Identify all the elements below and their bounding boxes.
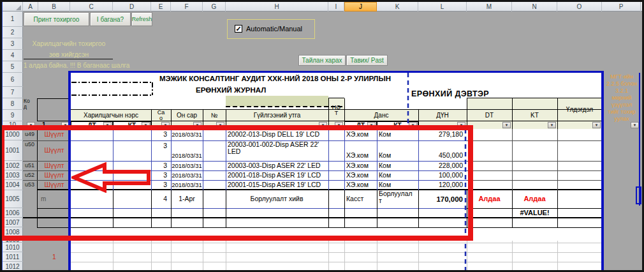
col-B[interactable]: B (38, 2, 70, 11)
cell-kt-1005[interactable]: Борлуулалт (377, 190, 415, 208)
cell-kt-1003[interactable]: Ком (377, 170, 418, 180)
row-1001[interactable]: 1001 (2, 140, 23, 161)
row-1005[interactable]: 1005 (2, 190, 23, 208)
row-1010[interactable]: 1010 (2, 243, 23, 252)
col-O[interactable]: O (557, 2, 602, 11)
col-E[interactable]: E (151, 2, 171, 11)
cell-date-1000[interactable]: 2018/03/31 (171, 129, 203, 140)
cell-month-1002[interactable]: 3 (151, 161, 170, 170)
col-G[interactable]: G (203, 2, 226, 11)
cell-flag-1011[interactable]: 1 (38, 252, 70, 262)
row-1007[interactable]: 1007 (2, 218, 23, 227)
cell-kt-1004[interactable]: Ком (377, 180, 418, 190)
cell-filter-1001[interactable]: Шүүлт (38, 140, 70, 161)
cell-desc-1004[interactable]: 20001-015-Disp ASER 19' LCD (226, 180, 328, 190)
col-C[interactable]: C (70, 2, 113, 11)
cell-amount-1002[interactable]: 228,000 (418, 161, 466, 170)
row-1004[interactable]: 1004 (2, 180, 23, 190)
header-gl-kt[interactable]: KT (512, 110, 557, 121)
col-M[interactable]: M (467, 2, 512, 11)
cell-filter-1003[interactable]: Шүүлт (38, 170, 70, 180)
cell-kt-1000[interactable]: Ком (377, 129, 418, 140)
cell-code-1004[interactable]: u53 (23, 180, 37, 190)
row-3[interactable]: 3 (2, 38, 23, 50)
paste-button[interactable]: Тавих/ Past (346, 55, 388, 66)
row-9[interactable]: 9 (2, 110, 23, 121)
refresh-button[interactable]: Refresh (131, 12, 152, 26)
header-number[interactable]: № (203, 110, 226, 121)
header-gl-dt[interactable]: DT (467, 110, 512, 121)
cell-desc-1001[interactable]: 20003-001-002-Disp ASER 22' LED (226, 141, 325, 160)
cell-desc-1002[interactable]: 20003-003-Disp ASER 22' LED (226, 161, 328, 170)
cell-date-1001[interactable]: 2018/03/31 (171, 151, 203, 160)
cell-filter-1000[interactable]: Шүүлт (38, 129, 70, 140)
cell-dt-1003[interactable]: ХЭ.ком (344, 170, 376, 180)
cell-amount-1000[interactable]: 279,180 (418, 129, 466, 140)
row-2[interactable]: 2 (2, 27, 23, 38)
column-check-button[interactable]: I багана? (90, 12, 131, 26)
automatic-manual-checkbox[interactable]: ✓ (235, 25, 242, 33)
cell-date-1004[interactable]: 2018/03/31 (171, 180, 203, 190)
col-F[interactable]: F (171, 2, 203, 11)
row-7[interactable]: 7 (2, 87, 23, 98)
row-5[interactable]: 5 (2, 61, 23, 73)
dropdown-icon-o[interactable]: ▼ (592, 122, 601, 128)
col-J-selected[interactable]: J (344, 2, 377, 11)
header-partner[interactable]: Харилцагчын нэрс (71, 110, 151, 121)
cell-kt-1002[interactable]: Ком (377, 161, 418, 170)
dropdown-icon-n[interactable]: ▼ (548, 122, 556, 128)
row-1002[interactable]: 1002 (2, 161, 23, 170)
header-balance[interactable]: Үлдэгдэл (557, 98, 602, 121)
cell-amount-1004[interactable]: 120,000 (418, 180, 466, 190)
row-1012[interactable]: 1012 (2, 262, 23, 272)
header-code[interactable]: Ко д (24, 98, 37, 111)
cell-date-1002[interactable]: 2018/03/31 (171, 161, 203, 170)
cell-value-error-1006[interactable]: #VALUE! (512, 208, 557, 218)
cell-code-1000[interactable]: u49 (23, 129, 37, 140)
col-N[interactable]: N (512, 2, 557, 11)
cell-dt-1001[interactable]: ХЭ.ком (344, 151, 376, 160)
dropdown-icon-p[interactable]: ▼ (631, 122, 639, 128)
col-D[interactable]: D (113, 2, 151, 11)
cell-code-1003[interactable]: u52 (23, 170, 37, 180)
cell-desc-1000[interactable]: 20002-013-Disp DELL 19' LCD (226, 129, 328, 140)
cell-desc-1005[interactable]: Борлуулалт хийв (226, 190, 328, 208)
col-A[interactable]: A (23, 2, 38, 11)
col-L[interactable]: L (418, 2, 467, 11)
cell-month-1001[interactable]: 3 (151, 142, 170, 151)
row-1000[interactable]: 1000 (2, 129, 23, 140)
header-period[interactable]: Он сар (171, 110, 203, 121)
row-1[interactable]: 1 (2, 11, 23, 27)
cell-amount-1001[interactable]: 450,000 (418, 151, 466, 160)
col-P[interactable]: P (602, 2, 641, 11)
cell-code-1001[interactable]: u50 (23, 142, 37, 151)
cell-filter-1002[interactable]: Шүүлт (38, 161, 70, 170)
cell-amount-1003[interactable]: 100,000 (418, 170, 466, 180)
row-6[interactable]: 6 (2, 73, 23, 87)
cell-dt-1005[interactable]: Касст (344, 190, 376, 208)
cell-dt-1000[interactable]: ХЭ.ком (344, 129, 376, 140)
cell-desc-1003[interactable]: 20001-018-Disp ASER 19' LCD (226, 170, 328, 180)
cell-dt-error-1005[interactable]: Алдаа (467, 190, 512, 208)
row-1011[interactable]: 1011 (2, 252, 23, 262)
print-settings-button[interactable]: Принт тохиргоо (24, 12, 89, 26)
header-vat[interactable]: НӨ Т (328, 101, 344, 120)
cell-dt-1002[interactable]: ХЭ.ком (344, 161, 376, 170)
row-1003[interactable]: 1003 (2, 170, 23, 180)
dropdown-icon-m[interactable]: ▼ (502, 122, 511, 128)
header-total[interactable]: ДҮН (418, 110, 467, 121)
cell-amount-1005[interactable]: 170,000 (418, 190, 466, 208)
header-description[interactable]: Гүйлгээний утга (226, 110, 328, 121)
row-4[interactable]: 4 (2, 50, 23, 61)
cell-date-1003[interactable]: 2018/03/31 (171, 170, 203, 180)
col-H[interactable]: H (226, 2, 328, 11)
cell-code-1002[interactable]: u51 (23, 161, 37, 170)
col-I[interactable]: I (328, 2, 344, 11)
cell-month-1000[interactable]: 3 (151, 129, 170, 140)
cell-date-1005[interactable]: 1-Apr (171, 190, 203, 208)
cell-b-1005[interactable]: m (41, 190, 66, 208)
select-all-corner[interactable] (2, 2, 23, 11)
cell-number-1005[interactable]: 4 (151, 190, 170, 208)
cell-month-1004[interactable]: 3 (151, 180, 170, 190)
cell-month-1003[interactable]: 3 (151, 170, 170, 180)
